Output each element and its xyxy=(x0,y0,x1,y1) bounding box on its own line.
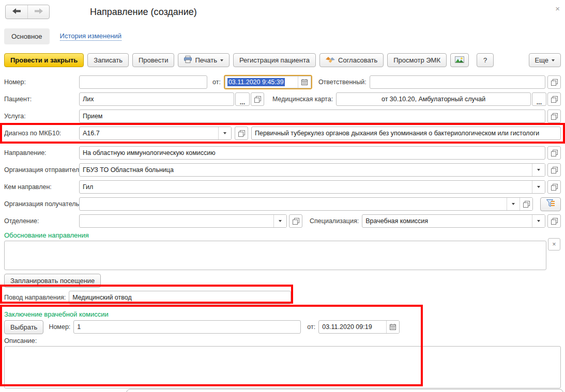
date-input-focus-ring: 03.11.2020 9:45:39 xyxy=(224,75,312,89)
referred-by-input[interactable] xyxy=(80,181,532,193)
calendar-icon[interactable] xyxy=(298,76,311,88)
diagnosis-name-input[interactable] xyxy=(251,127,561,140)
org-sender-group xyxy=(79,163,545,177)
responsible-label: Ответственный: xyxy=(318,79,367,86)
picture-icon xyxy=(455,56,464,65)
responsible-input[interactable] xyxy=(370,75,545,89)
clear-justification-button[interactable]: × xyxy=(548,238,560,250)
description-textarea[interactable] xyxy=(4,346,561,388)
row-diagnosis: Диагноз по МКБ10: xyxy=(4,127,561,140)
nav-history-group xyxy=(5,5,50,19)
referral-label: Направление: xyxy=(4,149,79,156)
med-card-input[interactable] xyxy=(336,92,531,106)
specialization-group xyxy=(362,214,545,228)
open-form-icon[interactable] xyxy=(520,198,532,210)
row-patient-card: Пациент: ... Медицинская карта: ... xyxy=(4,92,561,106)
chevron-down-icon xyxy=(552,59,555,61)
commission-date-input[interactable] xyxy=(319,321,386,333)
chevron-down-icon[interactable] xyxy=(532,181,545,193)
approve-button[interactable]: Согласовать xyxy=(319,53,384,67)
org-receiver-input[interactable] xyxy=(80,198,507,210)
print-button[interactable]: Печать xyxy=(178,53,230,67)
tab-main[interactable]: Основное xyxy=(4,28,50,44)
diagnosis-label: Диагноз по МКБ10: xyxy=(4,130,79,137)
patient-select-button[interactable]: ... xyxy=(235,92,250,106)
post-and-close-button[interactable]: Провести и закрыть xyxy=(4,53,84,67)
specialization-input[interactable] xyxy=(362,215,532,227)
description-label: Описание: xyxy=(4,337,561,345)
commission-number-input[interactable] xyxy=(73,320,301,334)
service-input[interactable] xyxy=(79,109,545,123)
reason-input[interactable] xyxy=(69,291,291,304)
service-label: Услуга: xyxy=(4,113,79,120)
back-button[interactable] xyxy=(6,5,27,19)
write-button[interactable]: Записать xyxy=(87,53,129,67)
open-form-icon[interactable] xyxy=(547,180,561,194)
department-input[interactable] xyxy=(80,215,273,227)
more-button[interactable]: Еще xyxy=(529,53,561,67)
open-form-icon[interactable] xyxy=(547,146,561,160)
filter-list-icon xyxy=(546,199,555,209)
window-header: Направление (создание) × xyxy=(5,4,560,20)
med-card-label: Медицинская карта: xyxy=(272,96,333,103)
chevron-down-icon[interactable] xyxy=(218,127,231,139)
schedule-visit-button[interactable]: Запланировать посещение xyxy=(4,274,101,288)
date-input[interactable]: 03.11.2020 9:45:39 xyxy=(225,76,298,88)
diagnosis-code-input[interactable] xyxy=(80,127,218,139)
patient-input[interactable] xyxy=(79,92,234,106)
chevron-down-icon[interactable] xyxy=(273,215,286,227)
referral-window: Направление (создание) × Основное Истори… xyxy=(0,0,565,392)
org-receiver-group xyxy=(79,197,533,211)
org-sender-input[interactable] xyxy=(80,164,532,176)
reason-label: Повод направления: xyxy=(4,294,66,301)
referral-input[interactable] xyxy=(79,146,545,160)
arrow-right-icon xyxy=(35,8,43,15)
open-form-icon[interactable] xyxy=(547,163,561,177)
row-commission: Выбрать Номер: от: xyxy=(4,320,561,334)
open-form-icon[interactable] xyxy=(547,75,561,89)
commission-date-group xyxy=(318,320,400,334)
register-patient-button[interactable]: Регистрация пациента xyxy=(233,53,316,67)
handshake-icon xyxy=(326,56,335,65)
commission-number-label: Номер: xyxy=(49,323,70,331)
row-reason: Повод направления: xyxy=(4,291,561,304)
chevron-down-icon[interactable] xyxy=(532,215,545,227)
image-button[interactable] xyxy=(450,53,469,67)
open-form-icon[interactable] xyxy=(547,92,561,106)
more-label: Еще xyxy=(535,56,548,64)
chevron-down-icon[interactable] xyxy=(507,198,520,210)
row-number-date: Номер: от: 03.11.2020 9:45:39 Ответствен… xyxy=(4,75,561,89)
open-form-icon[interactable] xyxy=(289,214,302,228)
help-button[interactable]: ? xyxy=(477,53,494,67)
open-form-icon[interactable] xyxy=(547,214,561,228)
referred-by-label: Кем направлен: xyxy=(4,183,79,191)
open-form-icon[interactable] xyxy=(547,109,561,123)
chevron-down-icon[interactable] xyxy=(532,164,545,176)
med-card-select-button[interactable]: ... xyxy=(532,92,546,106)
choose-button[interactable]: Выбрать xyxy=(4,320,43,334)
close-icon[interactable]: × xyxy=(555,5,560,12)
tab-change-history[interactable]: История изменений xyxy=(60,32,122,41)
open-form-icon[interactable] xyxy=(235,127,248,140)
toolbar: Провести и закрыть Записать Провести Печ… xyxy=(4,53,561,67)
number-input[interactable] xyxy=(79,75,207,89)
filter-list-button[interactable] xyxy=(540,197,561,211)
post-button[interactable]: Провести xyxy=(132,53,175,67)
department-group xyxy=(79,214,287,228)
number-label: Номер: xyxy=(4,79,79,86)
view-emk-button[interactable]: Просмотр ЭМК xyxy=(387,53,447,67)
calendar-icon[interactable] xyxy=(386,321,399,333)
date-from-label: от: xyxy=(212,79,221,86)
justification-textarea[interactable] xyxy=(4,241,546,270)
department-label: Отделение: xyxy=(4,217,79,225)
patient-label: Пациент: xyxy=(4,96,79,103)
print-label: Печать xyxy=(195,56,217,64)
open-form-icon[interactable] xyxy=(251,92,264,106)
chevron-down-icon xyxy=(220,59,223,61)
row-org-sender: Организация отправитель: xyxy=(4,163,561,177)
partial-field-bottom[interactable] xyxy=(126,389,563,392)
specialization-label: Специализация: xyxy=(310,217,359,225)
row-referral: Направление: xyxy=(4,146,561,160)
forward-button[interactable] xyxy=(27,5,49,19)
approve-label: Согласовать xyxy=(338,56,377,64)
